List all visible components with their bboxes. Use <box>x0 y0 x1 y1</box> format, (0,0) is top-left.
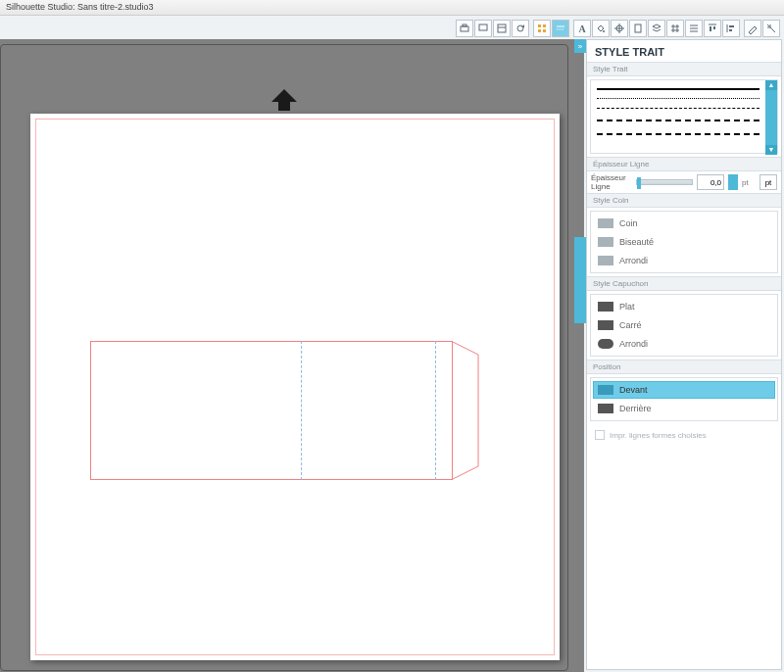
thickness-input[interactable] <box>697 174 724 190</box>
position-front-icon <box>598 385 613 395</box>
svg-rect-26 <box>713 26 715 29</box>
panel-title: STYLE TRAIT <box>587 40 781 62</box>
tool-page-icon[interactable] <box>629 20 647 37</box>
svg-rect-6 <box>538 24 541 27</box>
tool-replicate-icon[interactable] <box>685 20 703 37</box>
spinner-icon[interactable] <box>728 174 738 190</box>
top-toolbar: A <box>453 18 782 39</box>
position-option-front[interactable]: Devant <box>593 381 775 399</box>
tool-align-top-icon[interactable] <box>704 20 721 37</box>
canvas-area <box>0 39 584 672</box>
option-label: Coin <box>619 218 638 228</box>
cap-option-flat[interactable]: Plat <box>593 298 775 315</box>
thickness-unit: pt <box>742 178 756 187</box>
cap-flat-icon <box>598 302 613 312</box>
vertical-scrollbar[interactable] <box>574 237 586 323</box>
scroll-down-icon[interactable]: ▼ <box>765 145 777 155</box>
corner-round-icon <box>598 256 613 265</box>
tool-grid2-icon[interactable] <box>666 20 684 37</box>
svg-rect-9 <box>543 29 546 32</box>
print-lines-row[interactable]: Impr. lignes formes choisies <box>587 424 781 446</box>
corner-miter-icon <box>598 218 613 228</box>
slider-thumb[interactable] <box>637 177 641 189</box>
thickness-slider[interactable] <box>636 179 693 185</box>
section-corner: Style Coin Coin Biseauté Arrondi <box>587 193 781 273</box>
svg-rect-16 <box>635 24 641 32</box>
corner-bevel-icon <box>598 237 613 247</box>
svg-rect-29 <box>729 29 732 31</box>
tool-printer-icon[interactable] <box>456 20 473 37</box>
section-style-trait: Style Trait ▲▼ <box>587 62 781 154</box>
option-label: Arrondi <box>619 339 648 349</box>
tool-window-icon[interactable] <box>493 20 511 37</box>
envelope-body <box>90 341 453 480</box>
tool-align-left-icon[interactable] <box>722 20 740 37</box>
option-label: Biseauté <box>619 237 654 247</box>
cap-option-square[interactable]: Carré <box>593 316 775 334</box>
cap-square-icon <box>598 320 613 330</box>
svg-rect-2 <box>479 24 487 30</box>
tool-sketch-icon[interactable] <box>744 20 761 37</box>
unit-toggle-button[interactable]: pt <box>760 174 777 190</box>
scroll-up-icon[interactable]: ▲ <box>765 80 777 90</box>
option-label: Arrondi <box>619 256 648 265</box>
position-back-icon <box>598 404 613 413</box>
tool-monitor-icon[interactable] <box>474 20 492 37</box>
print-lines-checkbox[interactable] <box>595 430 605 440</box>
svg-rect-1 <box>463 24 466 26</box>
envelope-shape[interactable] <box>90 341 484 480</box>
section-header: Position <box>587 360 781 374</box>
option-label: Devant <box>619 385 648 395</box>
svg-point-5 <box>517 25 523 31</box>
svg-rect-28 <box>729 25 734 27</box>
section-header: Style Coin <box>587 194 781 208</box>
tool-registration-icon[interactable] <box>611 20 628 37</box>
svg-point-12 <box>603 30 605 32</box>
tool-grid-icon[interactable] <box>533 20 551 37</box>
section-header: Style Capuchon <box>587 277 781 291</box>
feed-arrow-icon <box>271 89 297 115</box>
cap-round-icon <box>598 339 613 349</box>
svg-rect-0 <box>461 26 468 31</box>
tool-refresh-icon[interactable] <box>512 20 529 37</box>
style-panel: STYLE TRAIT Style Trait ▲▼ Épaisseur Lig… <box>586 39 782 670</box>
envelope-flap <box>451 341 484 480</box>
line-style-dashed-large[interactable] <box>597 133 760 135</box>
tool-layers-icon[interactable] <box>648 20 665 37</box>
tool-line-style-icon[interactable] <box>552 20 569 37</box>
line-style-dashed-small[interactable] <box>597 108 760 109</box>
corner-option-round[interactable]: Arrondi <box>593 252 775 269</box>
option-label: Carré <box>619 320 642 330</box>
line-style-solid[interactable] <box>597 88 760 90</box>
cap-option-round[interactable]: Arrondi <box>593 335 775 353</box>
corner-option-bevel[interactable]: Biseauté <box>593 233 775 251</box>
section-header: Épaisseur Ligne <box>587 158 781 171</box>
line-style-list[interactable]: ▲▼ <box>590 79 778 154</box>
envelope-fold-line <box>435 341 436 480</box>
corner-option-coin[interactable]: Coin <box>593 215 775 232</box>
section-cap: Style Capuchon Plat Carré Arrondi <box>587 276 781 357</box>
svg-rect-7 <box>543 24 546 27</box>
position-option-back[interactable]: Derrière <box>593 400 775 417</box>
window-titlebar: Silhouette Studio: Sans titre-2.studio3 <box>0 0 784 16</box>
line-style-dotted[interactable] <box>597 98 760 99</box>
svg-rect-25 <box>710 26 711 31</box>
option-label: Plat <box>619 302 635 312</box>
thickness-label: Épaisseur Ligne <box>591 173 632 191</box>
line-style-dashed-med[interactable] <box>597 120 760 121</box>
option-label: Derrière <box>619 404 652 413</box>
tool-knife-icon[interactable] <box>762 20 780 37</box>
print-lines-label: Impr. lignes formes choisies <box>610 431 707 440</box>
svg-rect-8 <box>538 29 541 32</box>
section-thickness: Épaisseur Ligne Épaisseur Ligne pt pt <box>587 157 781 193</box>
scrollbar[interactable]: ▲▼ <box>765 80 777 155</box>
tool-text-icon[interactable]: A <box>573 20 591 37</box>
section-header: Style Trait <box>587 63 781 76</box>
svg-rect-3 <box>498 24 506 32</box>
tool-fill-icon[interactable] <box>592 20 610 37</box>
panel-collapse-icon[interactable]: » <box>574 39 586 53</box>
section-position: Position Devant Derrière <box>587 360 781 421</box>
envelope-fold-line <box>301 341 302 480</box>
